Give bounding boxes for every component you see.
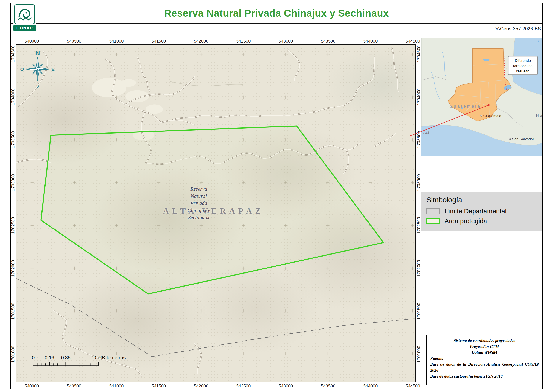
grid-label-x-top: 543000 [279, 39, 293, 44]
grid-label-x-bottom: 542500 [236, 384, 251, 389]
conap-emblem-icon [14, 4, 35, 24]
callout-line: Diferendo [515, 59, 531, 63]
lake-peten-itza [483, 59, 490, 61]
legend-item-area-protegida: Área protegida [426, 217, 538, 225]
document-code: DAGeos-357-2026-BS [493, 26, 541, 32]
grid-label-y-left: 1702500 [11, 217, 15, 234]
conap-logo-label: CONAP [14, 25, 36, 31]
grid-label-y-right: 1701500 [416, 303, 421, 320]
grid-label-y-left: 1701000 [11, 346, 15, 363]
reserve-label-line: Reserva [187, 185, 210, 193]
grid-label-x-top: 543500 [321, 39, 335, 44]
source-line: Base de datos cartografía básica IGN 201… [430, 373, 539, 379]
grid-label-y-right: 1703000 [416, 174, 421, 191]
conap-logo: CONAP [14, 4, 36, 32]
compass-west-label: O [20, 67, 24, 72]
grid-label-x-bottom: 540500 [67, 384, 82, 389]
honduras-label-fragment: Ho [536, 113, 542, 118]
grid-label-x-top: 541000 [109, 39, 124, 44]
reserve-label-line: Sechinaux [187, 214, 210, 221]
scale-label-0: 0 [32, 355, 35, 360]
ref-number-label: 721 [423, 130, 429, 134]
grid-label-x-top: 542500 [236, 39, 251, 44]
san-salvador-label: San Salvador [512, 137, 534, 141]
callout-line: resuelto [516, 69, 529, 73]
area-protegida-swatch [426, 218, 440, 224]
legend-title: Simbología [426, 196, 538, 204]
compass-south-label: S [36, 84, 39, 88]
compass-east-label: E [51, 67, 55, 72]
scale-label-038: 0.38 [61, 355, 71, 360]
reserve-label-line: Privada [187, 200, 210, 207]
info-line: Datum WGS84 [430, 350, 539, 356]
grid-label-y-left: 1701500 [11, 303, 15, 320]
page-title: Reserva Natural Privada Chinajux y Sechi… [0, 7, 553, 19]
grid-label-x-bottom: 544000 [363, 384, 378, 389]
grid-label-x-top: 544500 [406, 39, 420, 44]
grid-label-x-top: 540500 [67, 39, 82, 44]
grid-label-y-right: 1704000 [416, 88, 421, 105]
grid-label-y-left: 1704500 [11, 45, 15, 62]
legend-item-label: Área protegida [445, 217, 487, 225]
grid-label-x-top: 542000 [194, 39, 208, 44]
grid-label-x-top: 541500 [152, 39, 166, 44]
grid-label-y-right: 1702500 [416, 217, 421, 234]
grid-label-y-right: 1702000 [416, 260, 421, 277]
grid-label-y-right: 1703500 [416, 131, 421, 148]
legend-item-label: Límite Departamental [445, 207, 507, 215]
grid-label-y-left: 1703000 [11, 174, 15, 191]
country-name-label: Guatemala [449, 104, 481, 108]
grid-label-x-bottom: 542000 [194, 384, 208, 389]
compass-north-label: N [35, 49, 40, 56]
scale-label-076: 0.76 [94, 355, 103, 360]
inset-graphics: Diferendo territorial no resuelto Guatem… [422, 38, 542, 156]
grid-label-x-bottom: 540000 [25, 384, 39, 389]
grid-label-y-right: 1704500 [416, 45, 421, 62]
grid-label-x-bottom: 541500 [152, 384, 166, 389]
reserve-label-line: Natural [187, 193, 210, 200]
grid-label-x-bottom: 541000 [109, 384, 124, 389]
legend: Simbología Límite Departamental Área pro… [421, 192, 543, 231]
grid-label-x-bottom: 543000 [279, 384, 293, 389]
limite-departamental-swatch [426, 208, 440, 214]
map-sheet: { "header": { "logo_text": "CONAP", "tit… [0, 0, 553, 392]
scale-label-019: 0.19 [45, 355, 55, 360]
scale-unit-label: Kilómetros [102, 355, 125, 360]
legend-item-limite-departamental: Límite Departamental [426, 207, 538, 215]
conap-emblem-art [15, 6, 34, 23]
info-line: Proyección GTM [430, 343, 539, 350]
grid-label-y-left: 1704000 [11, 88, 15, 105]
coordinate-system-info-box: Sistema de coordenadas proyectadas Proye… [426, 335, 543, 385]
grid-label-y-right: 1701000 [416, 346, 421, 363]
inset-locator-map: Diferendo territorial no resuelto Guatem… [421, 38, 543, 156]
guatemala-city-dot [480, 115, 482, 117]
callout-line: territorial no [513, 64, 533, 68]
reserve-label-line: Chinajux y [187, 207, 210, 214]
grid-label-x-bottom: 544500 [406, 384, 420, 389]
reserve-name-label: Reserva Natural Privada Chinajux y Sechi… [187, 185, 210, 221]
grid-label-x-bottom: 543500 [321, 384, 335, 389]
department-label: ALTA VERAPAZ [163, 206, 264, 216]
source-line: Base de datos de la Dirección Análisis G… [430, 361, 539, 373]
info-line: Sistema de coordenadas proyectadas [430, 337, 539, 343]
map-canvas: N E O S 0 0.19 0.38 0.76 Kilómetros [16, 44, 416, 382]
fuente-label: Fuente: [430, 356, 539, 362]
san-salvador-dot [509, 138, 511, 140]
grid-label-x-top: 540000 [25, 39, 39, 44]
header-divider [11, 23, 542, 24]
grid-label-y-left: 1703500 [11, 131, 15, 148]
guatemala-city-label: Guatemala [483, 114, 501, 118]
sea-label-fragment: Gu [536, 39, 540, 43]
grid-label-y-left: 1702000 [11, 260, 15, 277]
grid-label-x-top: 544000 [363, 39, 378, 44]
